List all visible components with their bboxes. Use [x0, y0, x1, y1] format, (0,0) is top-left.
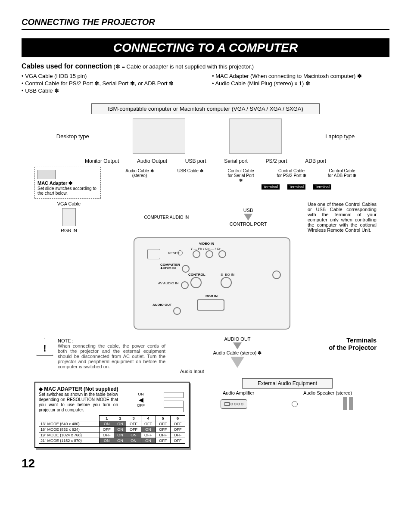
sw-cell: ON — [114, 438, 126, 444]
terminals-line2: of the Projector — [308, 344, 377, 351]
ps2-cable-label: Control Cable for PS/2 Port ✽ — [277, 168, 307, 183]
sw-cell: OFF — [100, 432, 114, 438]
mac-adapter-icon — [37, 170, 56, 179]
sw-cell: OFF — [156, 421, 170, 427]
laptop-computer-icon — [229, 118, 282, 154]
panel-svideo: S- EO IN — [221, 273, 234, 277]
page-title-bar: CONNECTING TO A COMPUTER — [22, 38, 389, 57]
rca-jack-icon — [193, 250, 200, 258]
dip-switch-icon — [164, 401, 184, 408]
sw-cell: ON — [141, 438, 156, 444]
usb-port-icon — [147, 249, 160, 259]
port-label: Serial port — [224, 158, 248, 164]
desktop-computer-icon — [133, 118, 185, 154]
rca-jack-icon — [206, 250, 213, 258]
audio-jack-icon — [182, 265, 190, 273]
connection-diagram: IBM-compatible computer or Macintosh com… — [22, 103, 389, 448]
mac-table-desc: Set switches as shown in the table below… — [39, 392, 118, 413]
mac-adapter-table-box: ◆ MAC ADAPTER (Not supplied) Set switche… — [34, 382, 190, 448]
col-header: 2 — [114, 416, 126, 421]
cable-item: • Audio Cable (Mini Plug (stereo) x 1) ✽ — [212, 80, 389, 87]
rgb-in-label: RGB IN — [34, 228, 103, 233]
table-row: 16" MODE (832 x 624) OFF ON OFF ON OFF O… — [39, 427, 185, 432]
sw-cell: OFF — [141, 421, 156, 427]
mode-cell: 19" MODE (1024 x 768) — [39, 432, 100, 438]
computer-audio-in-label: COMPUTER AUDIO IN — [144, 215, 189, 220]
terminal-tag: Terminal — [313, 184, 331, 190]
sw-cell: OFF — [170, 427, 185, 432]
off-label: OFF — [121, 403, 160, 408]
panel-video-in: VIDEO IN — [199, 242, 214, 246]
sw-cell: OFF — [126, 427, 141, 432]
cables-inline-note: (✽ = Cable or adapter is not supplied wi… — [113, 63, 254, 70]
terminals-of-projector-label: Terminals of the Projector — [308, 336, 377, 351]
cables-heading: Cables used for connection — [22, 62, 112, 70]
svideo-port-icon — [221, 277, 232, 288]
sw-cell: OFF — [156, 432, 170, 438]
port-label: PS/2 port — [266, 158, 287, 164]
sw-cell: OFF — [156, 438, 170, 444]
audio-speaker-label: Audio Speaker (stereo) — [303, 390, 352, 395]
usb-cable-label: USB Cable ✽ — [175, 168, 206, 183]
panel-rgb-in: RGB IN — [206, 294, 218, 298]
cable-item: • Control Cable for PS/2 Port ✽, Serial … — [22, 80, 199, 87]
mac-adapter-callout: MAC Adapter ✽ Set slide switches accordi… — [34, 167, 101, 199]
col-header: 1 — [100, 416, 114, 421]
port-label: ADB port — [305, 158, 326, 164]
mac-adapter-body: Set slide switches according to the char… — [37, 186, 98, 196]
jack-icon — [272, 271, 281, 279]
audio-out-label: AUDIO OUT — [167, 336, 308, 342]
sw-cell: OFF — [170, 438, 185, 444]
note-body: When connecting the cable, the power cor… — [58, 343, 165, 369]
on-label: ON — [121, 392, 160, 396]
control-port-label: CONTROL PORT — [230, 221, 267, 227]
sw-cell: OFF — [126, 421, 141, 427]
port-label: Monitor Output — [85, 158, 119, 164]
table-row: 19" MODE (1024 x 768) OFF ON ON OFF OFF … — [39, 432, 185, 438]
dip-switch-icon — [164, 392, 184, 398]
cable-item: • VGA Cable (HDB 15 pin) — [22, 73, 199, 79]
panel-control: CONTROL — [188, 273, 206, 277]
sw-cell: ON — [114, 421, 126, 427]
audio-jack-icon — [173, 307, 181, 315]
table-row: 21" MODE (1152 x 870) ON ON ON ON OFF OF… — [39, 438, 185, 444]
cable-item: • MAC Adapter (When connecting to Macint… — [212, 73, 389, 79]
panel-comp-audio-in: COMPUTER AUDIO IN — [160, 263, 177, 270]
col-header: 3 — [126, 416, 141, 421]
mode-cell: 21" MODE (1152 x 870) — [39, 438, 100, 444]
adb-cable-label: Control Cable for ADB Port ✽ — [327, 168, 357, 183]
table-row: 13" MODE (640 x 480) ON ON OFF OFF OFF O… — [39, 421, 185, 427]
audio-cable-stereo-label: Audio Cable (stereo) ✽ — [167, 350, 308, 356]
audio-input-label: Audio Input — [180, 369, 308, 374]
arrow-down-icon — [230, 357, 244, 368]
cable-item: • USB Cable ✽ — [22, 87, 199, 94]
arrow-down-icon — [233, 342, 242, 349]
sw-cell: OFF — [100, 427, 114, 432]
vga-port-icon — [197, 299, 224, 311]
mode-cell: 13" MODE (640 x 480) — [39, 421, 100, 427]
sw-cell: OFF — [170, 432, 185, 438]
sw-cell: ON — [114, 427, 126, 432]
reset-button-icon — [177, 250, 183, 255]
sw-cell: ON — [114, 432, 126, 438]
external-audio-box: External Audio Equipment — [242, 378, 333, 389]
col-header: 6 — [170, 416, 185, 421]
adapter-base-icon — [164, 408, 184, 412]
port-label: USB port — [185, 158, 206, 164]
page-number: 12 — [22, 457, 389, 470]
serial-cable-label: Control Cable for Serial Port ✽ — [226, 168, 256, 183]
control-cable-note: Use one of these Control Cables or USB C… — [308, 202, 377, 233]
sw-cell: OFF — [141, 432, 156, 438]
laptop-label: Laptop type — [325, 133, 355, 140]
audio-jack-icon — [181, 281, 189, 289]
rca-jack-icon — [218, 250, 226, 258]
warning-note-box: ! NOTE : When connecting the cable, the … — [34, 336, 167, 371]
sw-cell: ON — [126, 438, 141, 444]
warning-icon: ! — [36, 338, 53, 356]
projector-terminal-panel: VIDEO IN Y — Pb / Cb — / Cr RESET COMPUT… — [134, 237, 290, 330]
mac-resolution-table: 1 2 3 4 5 6 13" MODE (640 x 480) ON ON O… — [39, 415, 185, 444]
sw-cell: ON — [100, 421, 114, 427]
sw-cell: OFF — [170, 421, 185, 427]
mac-adapter-title: MAC Adapter ✽ — [37, 180, 98, 186]
control-port-icon — [190, 277, 202, 288]
